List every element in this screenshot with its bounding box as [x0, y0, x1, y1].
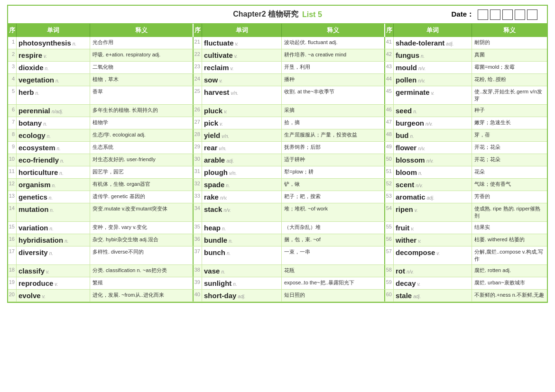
- entry-def: 结果实: [472, 222, 547, 234]
- word-pos: n.: [56, 78, 59, 83]
- word-text: dioxide: [18, 64, 44, 72]
- date-box-1[interactable]: [478, 9, 488, 20]
- word-pos: n/adj.: [52, 109, 63, 114]
- word-pos: n.: [229, 238, 232, 244]
- header-word-1: 单词: [17, 24, 90, 37]
- word-pos: n/v.: [418, 146, 425, 151]
- word-pos: n/v.: [426, 158, 434, 164]
- word-pos: v.: [234, 54, 238, 59]
- entry-def: 腐烂. urban~衰败城市: [472, 277, 547, 289]
- word-text: germinate: [396, 88, 430, 96]
- entry-word: pickv.: [202, 117, 282, 129]
- entry-num: 12: [8, 179, 17, 191]
- header-num-2: 序: [194, 24, 202, 37]
- word-text: stack: [204, 205, 222, 213]
- entry-num: 47: [385, 117, 394, 129]
- entry-word: staleadj.: [394, 290, 472, 301]
- entry-def: 生态/学. ecological adj.: [90, 129, 194, 141]
- entry-num: 23: [194, 62, 202, 73]
- entry-word: vasen.: [202, 265, 282, 277]
- date-label: Date：: [451, 10, 474, 19]
- entry-word: sunlightn.: [202, 277, 282, 289]
- header-word-2: 单词: [202, 24, 282, 37]
- entry-num: 1: [8, 37, 17, 49]
- entry-def: 进化，发展. ~from从..进化而来: [90, 290, 194, 301]
- word-text: short-day: [204, 292, 236, 300]
- word-pos: n.: [50, 226, 54, 231]
- word-pos: n.: [233, 282, 237, 287]
- word-text: rot: [396, 267, 405, 275]
- entry-num: 10: [8, 154, 17, 166]
- date-box-3[interactable]: [502, 9, 513, 20]
- word-pos: n.: [222, 226, 226, 231]
- word-pos: v/n.: [222, 134, 229, 139]
- entry-word: evolvev.: [17, 290, 90, 301]
- entry-word: cultivatev.: [202, 49, 282, 61]
- entry-num: 26: [194, 105, 202, 117]
- word-text: blossom: [396, 156, 425, 164]
- entry-word: bunchn.: [202, 246, 282, 264]
- entry-def: 耕作培养. ~a creative mind: [282, 49, 385, 61]
- table-row: 4vegetationn.植物，草木24sowv.播种44pollenn/v.花…: [8, 74, 547, 86]
- entry-num: 7: [8, 117, 17, 129]
- word-pos: n/v.: [407, 269, 414, 274]
- entry-word: decayv.: [394, 277, 472, 289]
- entry-def: 园艺学，园艺: [90, 166, 194, 178]
- date-boxes: [478, 9, 537, 20]
- word-pos: n.: [413, 109, 417, 114]
- word-text: variation: [18, 224, 48, 232]
- entry-num: 51: [385, 166, 394, 178]
- entry-num: 58: [385, 265, 394, 277]
- entry-num: 54: [385, 203, 394, 221]
- word-text: reproduce: [18, 279, 53, 287]
- word-text: scent: [396, 181, 414, 189]
- table-row: 12organismn.有机体，生物. organ器官32spaden.铲，锹5…: [8, 179, 547, 191]
- entry-def: 多年生长的植物. 长期持久的: [90, 105, 194, 117]
- date-box-2[interactable]: [490, 9, 500, 20]
- word-text: heap: [204, 224, 221, 232]
- word-text: reclaim: [204, 64, 229, 72]
- word-text: fruit: [396, 224, 409, 232]
- word-pos: n.: [410, 134, 414, 139]
- word-pos: n.: [49, 195, 53, 201]
- entry-word: blossomn/v.: [394, 154, 472, 166]
- date-box-4[interactable]: [515, 9, 525, 20]
- entry-word: horticulturen.: [17, 166, 90, 178]
- word-text: bud: [396, 131, 409, 139]
- entry-def: 芳香的: [472, 191, 547, 203]
- entry-def: 开垦，利用: [282, 62, 385, 73]
- word-text: pluck: [204, 107, 222, 115]
- word-text: ripen: [396, 205, 413, 213]
- word-pos: adj.: [413, 294, 421, 299]
- entry-def: 开花；花朵: [472, 142, 547, 154]
- word-pos: adj.: [427, 195, 435, 201]
- entry-word: ecosystemn.: [17, 142, 90, 154]
- table-row: 10eco-friendlyn.对生态友好的. user-friendly30a…: [8, 154, 547, 166]
- entry-word: fungusn.: [394, 49, 472, 61]
- word-pos: n.: [73, 41, 76, 46]
- entry-word: raken/v.: [202, 191, 282, 203]
- word-pos: v.: [235, 41, 239, 46]
- word-text: decompose: [396, 248, 435, 256]
- entry-word: respirev.: [17, 49, 90, 61]
- date-box-5[interactable]: [527, 9, 537, 20]
- word-text: rake: [204, 193, 219, 201]
- entry-num: 25: [194, 86, 202, 104]
- entry-def: 突变.mutate v.改变mutant突变体: [90, 203, 194, 221]
- entry-def: 枯萎. withered 枯萎的: [472, 234, 547, 246]
- word-pos: v.: [219, 78, 222, 83]
- entry-def: 对生态友好的. user-friendly: [90, 154, 194, 166]
- table-row: 8ecologyn.生态/学. ecological adj.28yieldv/…: [8, 129, 547, 142]
- entry-word: germinatev.: [394, 86, 472, 104]
- word-pos: v.: [42, 294, 46, 299]
- table-row: 9ecosystemn.生态系统29rearv/n.抚养饲养；后部49flowe…: [8, 142, 547, 154]
- entry-def: 光合作用: [90, 37, 194, 49]
- entry-num: 27: [194, 117, 202, 129]
- table-row: 20evolvev.进化，发展. ~from从..进化而来40short-day…: [8, 290, 547, 302]
- word-text: classify: [18, 267, 45, 275]
- entry-num: 50: [385, 154, 394, 166]
- word-text: cultivate: [204, 51, 233, 59]
- entry-word: herbn.: [17, 86, 90, 104]
- entry-num: 6: [8, 105, 17, 117]
- entry-word: pollenn/v.: [394, 74, 472, 86]
